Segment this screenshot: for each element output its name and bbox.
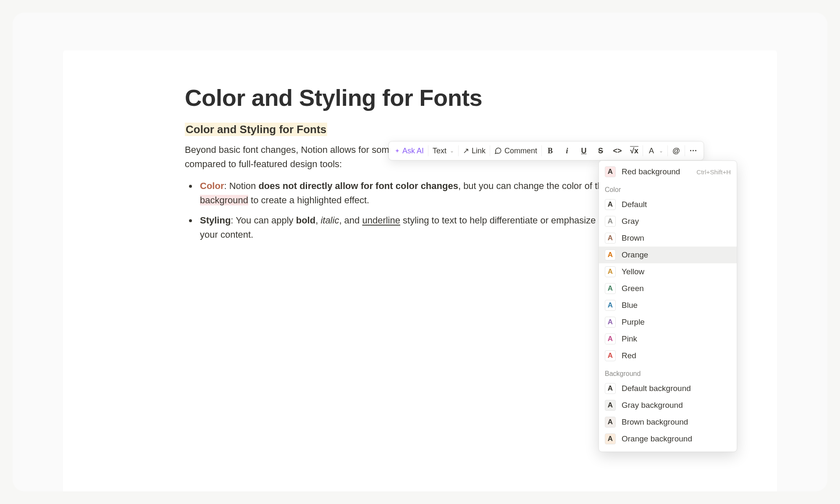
bold-button[interactable]: B [542,142,559,160]
bullet1-t2: , but you can change the color of the [458,181,610,191]
equation-icon: √x [630,147,638,155]
italic-icon: i [563,147,571,155]
recent-swatch-icon: A [605,166,616,177]
color-option-label: Pink [622,334,637,344]
color-option-red[interactable]: ARed [599,347,737,364]
color-option-brown[interactable]: ABrown [599,230,737,247]
bullet1-t1: : Notion [224,181,258,191]
mention-button[interactable]: @ [668,142,685,160]
more-button[interactable]: ··· [685,142,702,160]
text-color-button[interactable]: A ⌄ [643,142,667,160]
subtitle-block: Color and Styling for Fonts [185,123,655,136]
color-swatch-icon: A [605,199,616,210]
color-option-label: Green [622,284,644,293]
link-label: Link [472,147,486,155]
bullet2-bold: bold [296,215,315,226]
block-type-label: Text [433,147,446,155]
underline-button[interactable]: U [575,142,592,160]
block-type-dropdown[interactable]: Text ⌄ [428,142,458,160]
color-option-default[interactable]: ADefault [599,196,737,213]
equation-button[interactable]: √x [626,142,643,160]
bullet2-underline: underline [362,215,400,226]
color-swatch-icon: A [605,216,616,227]
background-option-label: Gray background [622,401,683,410]
color-option-purple[interactable]: APurple [599,314,737,331]
bullet2-t1: : You can apply [231,215,296,226]
color-option-label: Brown [622,234,644,243]
italic-button[interactable]: i [559,142,575,160]
bullet2-italic: italic [320,215,339,226]
comment-button[interactable]: Comment [490,142,541,160]
bullet2-label: Styling [200,215,231,226]
intro-before: Beyond basic font changes, Notion allows… [185,144,397,155]
sparkle-icon: ✦ [395,147,400,154]
color-dropdown-menu: A Red background Ctrl+Shift+H Color ADef… [598,160,737,452]
bullet2-c1: , [315,215,320,226]
page-title: Color and Styling for Fonts [185,84,655,111]
bullet1-t3: to create a highlighted effect. [248,195,369,205]
background-swatch-icon: A [605,433,616,444]
background-option-brown-background[interactable]: ABrown background [599,414,737,430]
background-option-gray-background[interactable]: AGray background [599,397,737,414]
strike-button[interactable]: S [592,142,609,160]
background-options-list: ADefault backgroundAGray backgroundABrow… [599,380,737,447]
background-section-header: Background [599,364,737,380]
background-option-label: Brown background [622,417,688,427]
color-swatch-icon: A [605,266,616,277]
link-arrow-icon: ↗ [463,146,469,155]
subtitle-text: Color and Styling for Fonts [185,123,327,136]
color-swatch-icon: A [605,317,616,328]
ask-ai-button[interactable]: ✦ Ask AI [391,142,428,160]
bold-icon: B [546,147,554,155]
color-option-label: Gray [622,217,639,226]
comment-icon [494,147,502,155]
background-option-default-background[interactable]: ADefault background [599,380,737,397]
color-option-label: Red [622,351,636,360]
color-option-label: Default [622,200,647,209]
color-menu-recent[interactable]: A Red background Ctrl+Shift+H [599,163,737,180]
strike-icon: S [596,147,605,155]
color-option-label: Yellow [622,267,644,276]
chevron-down-icon: ⌄ [659,148,663,154]
text-format-toolbar: ✦ Ask AI Text ⌄ ↗ Link Comment B i U S <… [388,141,704,160]
color-option-green[interactable]: AGreen [599,280,737,297]
color-swatch-icon: A [605,300,616,311]
background-option-label: Default background [622,384,691,393]
color-section-header: Color [599,180,737,196]
color-swatch-icon: A [605,333,616,344]
mention-icon: @ [672,147,680,155]
ask-ai-label: Ask AI [402,147,424,155]
app-frame: Color and Styling for Fonts Color and St… [13,13,827,491]
color-swatch-icon: A [605,233,616,244]
bullet2-c2: , and [339,215,362,226]
background-option-label: Orange background [622,434,692,444]
list-item: Color: Notion does not directly allow fo… [197,179,655,207]
list-item: Styling: You can apply bold, italic, and… [197,213,655,242]
link-button[interactable]: ↗ Link [459,142,490,160]
bullet1-label: Color [200,181,224,191]
color-option-blue[interactable]: ABlue [599,297,737,314]
color-swatch-icon: A [605,249,616,260]
background-option-orange-background[interactable]: AOrange background [599,430,737,447]
bullet1-bold: does not directly allow for font color c… [258,181,458,191]
color-swatch-icon: A [605,350,616,361]
background-swatch-icon: A [605,417,616,428]
color-a-icon: A [647,147,656,155]
content-list: Color: Notion does not directly allow fo… [185,179,655,242]
color-option-yellow[interactable]: AYellow [599,263,737,280]
code-button[interactable]: <> [609,142,626,160]
comment-label: Comment [504,147,537,155]
recent-label: Red background [622,167,680,176]
color-option-pink[interactable]: APink [599,331,737,347]
code-icon: <> [613,147,622,155]
color-option-label: Blue [622,301,638,310]
color-option-orange[interactable]: AOrange [599,247,737,263]
color-options-list: ADefaultAGrayABrownAOrangeAYellowAGreenA… [599,196,737,364]
color-option-gray[interactable]: AGray [599,213,737,230]
underline-icon: U [580,147,588,155]
recent-shortcut: Ctrl+Shift+H [696,168,731,176]
chevron-down-icon: ⌄ [450,148,454,154]
color-option-label: Purple [622,318,645,327]
background-swatch-icon: A [605,383,616,394]
background-swatch-icon: A [605,400,616,411]
